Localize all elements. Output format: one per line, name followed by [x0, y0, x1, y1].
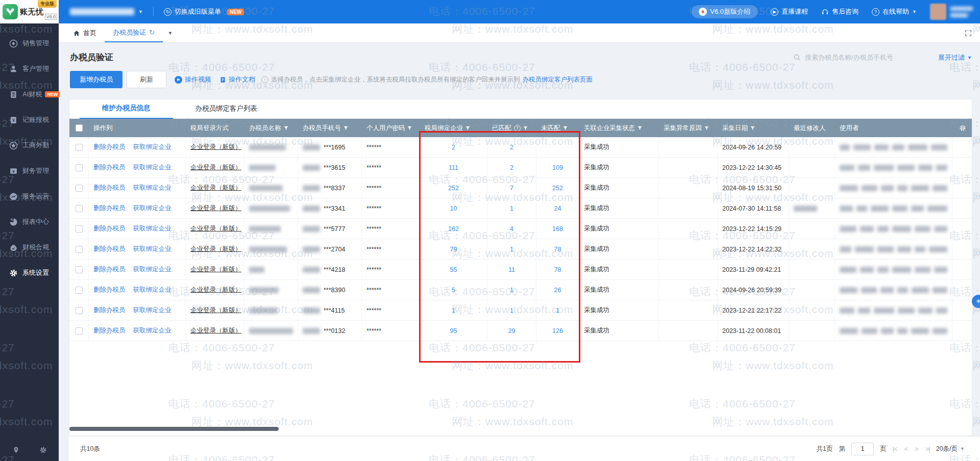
- sidebar-item-6[interactable]: ¥ 财务管理: [0, 158, 59, 184]
- unmatched-count[interactable]: 252: [552, 185, 563, 192]
- sidebar-item-7[interactable]: 服务运营: [0, 184, 59, 209]
- filter-icon[interactable]: [704, 126, 709, 131]
- delete-clerk-link[interactable]: 删除办税员: [93, 184, 126, 192]
- login-method-link[interactable]: 企业登录（新版）: [190, 184, 241, 192]
- delete-clerk-link[interactable]: 删除办税员: [93, 265, 126, 274]
- sidebar-item-3[interactable]: AI AI财税 NEW: [0, 82, 59, 107]
- bound-companies-count[interactable]: 5: [452, 287, 455, 294]
- row-checkbox[interactable]: [76, 266, 83, 273]
- prev-page-icon[interactable]: <: [904, 445, 908, 453]
- add-clerk-button[interactable]: 新增办税员: [70, 71, 122, 88]
- login-method-link[interactable]: 企业登录（新版）: [190, 306, 241, 315]
- scrollbar-thumb[interactable]: [69, 427, 279, 431]
- get-bound-companies-link[interactable]: 获取绑定企业: [133, 224, 172, 233]
- row-checkbox[interactable]: [76, 307, 83, 314]
- user-menu[interactable]: [930, 4, 973, 20]
- login-method-link[interactable]: 企业登录（新版）: [190, 224, 241, 233]
- column-settings-icon[interactable]: [959, 124, 966, 132]
- last-page-icon[interactable]: >|: [925, 445, 930, 453]
- filter-icon[interactable]: [465, 126, 470, 131]
- live-course-button[interactable]: ▶ 直播课程: [771, 7, 808, 16]
- v6-intro-button[interactable]: V6.0新版介绍: [692, 5, 757, 18]
- filter-icon[interactable]: [750, 126, 755, 131]
- bound-companies-count[interactable]: 162: [448, 225, 459, 233]
- unmatched-count[interactable]: 126: [552, 327, 563, 335]
- login-method-link[interactable]: 企业登录（新版）: [190, 143, 241, 151]
- next-page-icon[interactable]: >: [915, 445, 918, 453]
- get-bound-companies-link[interactable]: 获取绑定企业: [133, 184, 172, 192]
- delete-clerk-link[interactable]: 删除办税员: [93, 286, 126, 294]
- login-method-link[interactable]: 企业登录（新版）: [190, 326, 241, 335]
- matched-count[interactable]: 7: [510, 185, 513, 192]
- sidebar-item-2[interactable]: 客户管理: [0, 56, 59, 82]
- fullscreen-icon[interactable]: [965, 30, 972, 37]
- select-all-checkbox[interactable]: [76, 124, 83, 132]
- sidebar-item-1[interactable]: 销售管理: [0, 31, 59, 56]
- get-bound-companies-link[interactable]: 获取绑定企业: [133, 306, 172, 315]
- login-method-link[interactable]: 企业登录（新版）: [190, 245, 241, 253]
- delete-clerk-link[interactable]: 删除办税员: [93, 245, 126, 253]
- unmatched-count[interactable]: 109: [552, 164, 563, 171]
- tab-home[interactable]: 首页: [65, 23, 105, 42]
- online-help-button[interactable]: ? 在线帮助 ▼: [872, 7, 917, 16]
- expand-filter-link[interactable]: 展开过滤 ▼: [938, 53, 972, 62]
- help-icon[interactable]: ?: [514, 125, 521, 132]
- unmatched-count[interactable]: 24: [554, 205, 561, 212]
- sidebar-item-4[interactable]: ¥ 记账报税: [0, 107, 59, 133]
- get-bound-companies-link[interactable]: 获取绑定企业: [133, 163, 172, 172]
- bound-companies-count[interactable]: 252: [448, 185, 459, 192]
- sidebar-item-9[interactable]: 财税合规: [0, 235, 59, 260]
- bound-companies-count[interactable]: 111: [449, 164, 458, 171]
- sidebar-item-5[interactable]: 工商外勤: [0, 133, 59, 158]
- page-size-select[interactable]: 20条/页 ▼: [936, 445, 965, 453]
- bound-companies-count[interactable]: 55: [450, 266, 457, 273]
- unmatched-count[interactable]: 1: [556, 307, 559, 314]
- get-bound-companies-link[interactable]: 获取绑定企业: [133, 326, 172, 335]
- filter-icon[interactable]: [344, 126, 348, 131]
- row-checkbox[interactable]: [76, 225, 83, 233]
- video-guide-link[interactable]: ▶ 操作视频: [175, 75, 211, 84]
- switch-old-menu-button[interactable]: ↻ 切换成旧版菜单 NEW: [164, 7, 244, 16]
- filter-icon[interactable]: [407, 126, 412, 131]
- login-method-link[interactable]: 企业登录（新版）: [190, 163, 241, 172]
- matched-count[interactable]: 1: [510, 246, 513, 253]
- filter-icon[interactable]: [563, 126, 568, 131]
- page-number-input[interactable]: [851, 443, 874, 455]
- matched-count[interactable]: 1: [510, 205, 513, 212]
- unmatched-count[interactable]: 78: [554, 246, 561, 253]
- unmatched-count[interactable]: 78: [554, 266, 561, 273]
- refresh-button[interactable]: 刷新: [127, 71, 166, 88]
- row-checkbox[interactable]: [76, 144, 83, 151]
- refresh-icon[interactable]: ↻: [149, 29, 155, 36]
- get-bound-companies-link[interactable]: 获取绑定企业: [133, 204, 172, 213]
- matched-count[interactable]: 11: [508, 266, 515, 273]
- row-checkbox[interactable]: [76, 164, 83, 171]
- row-checkbox[interactable]: [76, 246, 83, 253]
- delete-clerk-link[interactable]: 删除办税员: [93, 143, 126, 151]
- bound-companies-count[interactable]: 2: [452, 144, 455, 151]
- row-checkbox[interactable]: [76, 205, 83, 212]
- bound-companies-count[interactable]: 79: [450, 246, 457, 253]
- bound-companies-count[interactable]: 95: [450, 327, 457, 335]
- tab-maintain-clerk-info[interactable]: 维护办税员信息: [80, 104, 173, 119]
- hint-link[interactable]: 办税员绑定客户列表页面: [523, 75, 593, 84]
- delete-clerk-link[interactable]: 删除办税员: [93, 224, 126, 233]
- get-bound-companies-link[interactable]: 获取绑定企业: [133, 265, 172, 274]
- doc-guide-link[interactable]: 操作文档: [219, 75, 255, 84]
- matched-count[interactable]: 2: [510, 164, 513, 171]
- get-bound-companies-link[interactable]: 获取绑定企业: [133, 143, 172, 151]
- after-sales-button[interactable]: 售后咨询: [821, 7, 859, 16]
- login-method-link[interactable]: 企业登录（新版）: [190, 286, 241, 294]
- row-checkbox[interactable]: [76, 185, 83, 192]
- get-bound-companies-link[interactable]: 获取绑定企业: [133, 286, 172, 294]
- matched-count[interactable]: 1: [510, 287, 513, 294]
- first-page-icon[interactable]: |<: [893, 445, 897, 453]
- gear-icon[interactable]: [39, 446, 47, 454]
- filter-icon[interactable]: [638, 126, 642, 131]
- login-method-link[interactable]: 企业登录（新版）: [190, 265, 241, 274]
- get-bound-companies-link[interactable]: 获取绑定企业: [133, 245, 172, 253]
- matched-count[interactable]: 1: [510, 307, 513, 314]
- bound-companies-count[interactable]: 1: [452, 307, 455, 314]
- login-method-link[interactable]: 企业登录（新版）: [190, 204, 241, 213]
- company-switcher[interactable]: ▼: [70, 8, 143, 15]
